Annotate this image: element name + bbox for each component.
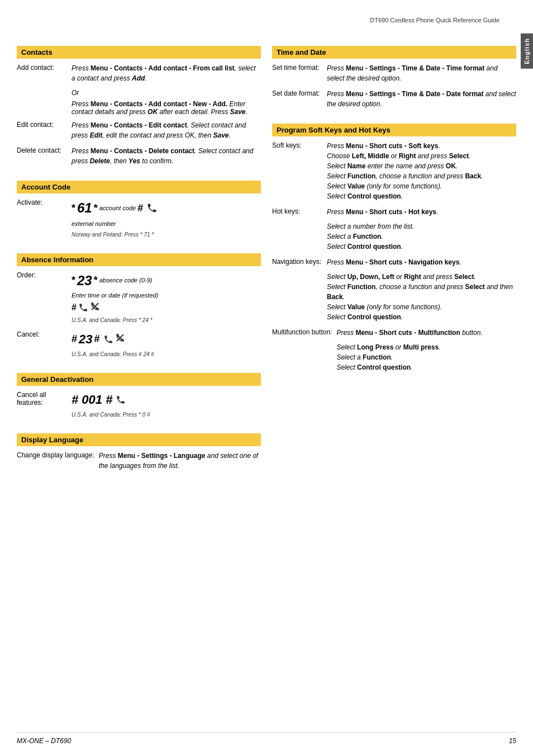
code-star2: * [94, 201, 98, 216]
absence-cancel-row: Cancel: # 23 # [17, 330, 261, 358]
mf-line2: Select Long Press or Multi press. [336, 342, 516, 352]
display-language-section: Display Language Change display language… [17, 433, 261, 476]
multifunction-label: Multifunction button: [272, 328, 332, 336]
absence-order-note: U.S.A. and Canada: Press * 24 * [72, 316, 261, 324]
code-desc: account code [99, 204, 136, 213]
set-time-label: Set time format: [272, 63, 322, 72]
hot-keys-row: Hot keys: Press Menu - Short cuts - Hot … [272, 207, 516, 252]
absence-cancel-label: Cancel: [17, 330, 67, 338]
program-soft-keys-section: Program Soft Keys and Hot Keys Soft keys… [272, 124, 516, 378]
mf-line4: Select Control question. [336, 362, 516, 372]
set-time-pre: Press [327, 64, 346, 72]
set-date-content: Press Menu - Settings - Time & Date - Da… [327, 89, 516, 109]
time-date-header: Time and Date [272, 46, 516, 59]
delete-contact-content: Press Menu - Contacts - Delete contact. … [72, 146, 261, 166]
cancel-x-icon [115, 333, 125, 343]
cancel-hash: # [72, 332, 77, 347]
set-time-content: Press Menu - Settings - Time & Date - Ti… [327, 63, 516, 83]
phone-call-icon [146, 202, 158, 214]
set-date-bold: Menu - Settings - Time & Date - Date for… [346, 90, 483, 98]
change-lang-content: Press Menu - Settings - Language and sel… [99, 451, 261, 471]
norway-note: Norway and Finland: Press * 71 * [72, 230, 261, 239]
soft-keys-label: Soft keys: [272, 141, 322, 149]
absence-cancel-content: # 23 # [72, 330, 261, 358]
cancel-23: 23 [79, 330, 92, 348]
hk-line1: Press Menu - Short cuts - Hot keys. [327, 207, 516, 217]
footer-right: 15 [509, 737, 516, 745]
delete-contact-label: Delete contact: [17, 146, 67, 154]
absence-order-code: * 23 * absence code (0-9) [72, 271, 261, 291]
nk-line1: Press Menu - Short cuts - Navigation key… [327, 257, 516, 267]
absence-code-desc: absence code (0-9) [99, 276, 153, 285]
add-c1-bold: Menu - Contacts - Add contact - From cal… [91, 64, 235, 72]
nav-keys-label: Navigation keys: [272, 257, 322, 266]
absence-icons: # [72, 301, 261, 314]
add-c2-pre: Press [72, 100, 91, 108]
phone-cancel-wrap [90, 301, 100, 314]
external-number: external number [72, 219, 261, 229]
delete-pre: Press [72, 147, 91, 155]
sk-line4: Select Function, choose a function and p… [327, 171, 516, 181]
cancel-phone-icon [103, 334, 113, 344]
delete-contact-row: Delete contact: Press Menu - Contacts - … [17, 146, 261, 166]
add-contact-indent: Press Menu - Contacts - Add contact - Ne… [17, 100, 261, 116]
multifunction-row: Multifunction button: Press Menu - Short… [272, 328, 516, 372]
lang-pre: Press [99, 452, 118, 460]
absence-star2: * [94, 273, 98, 288]
set-time-row: Set time format: Press Menu - Settings -… [272, 63, 516, 83]
code-star1: * [72, 201, 75, 216]
hk-line2: Select a number from the list. [327, 221, 516, 231]
multifunction-content: Press Menu - Short cuts - Multifunction … [336, 328, 516, 372]
or-line: Or [17, 89, 261, 97]
code-61: 61 [77, 198, 92, 218]
activate-row: Activate: * 61 * account code # [17, 198, 261, 239]
add-contact-content: Press Menu - Contacts - Add contact - Fr… [72, 63, 261, 83]
add-c1-pre: Press [72, 64, 91, 72]
add-contact-row: Add contact: Press Menu - Contacts - Add… [17, 63, 261, 83]
absence-section: Absence Information Order: * 23 * absenc… [17, 253, 261, 365]
contacts-section: Contacts Add contact: Press Menu - Conta… [17, 46, 261, 172]
hot-keys-label: Hot keys: [272, 207, 322, 215]
lang-bold: Menu - Settings - Language [118, 452, 206, 460]
time-date-section: Time and Date Set time format: Press Men… [272, 46, 516, 115]
cancel-all-note: U.S.A. and Canada: Press * 0 # [72, 410, 261, 419]
change-lang-row: Change display language: Press Menu - Se… [17, 451, 261, 471]
edit-contact-content: Press Menu - Contacts - Edit contact. Se… [72, 120, 261, 140]
absence-cancel-note: U.S.A. and Canada: Press # 24 # [72, 350, 261, 358]
nk-line2: Select Up, Down, Left or Right and press… [327, 272, 516, 282]
display-language-header: Display Language [17, 433, 261, 446]
activate-label: Activate: [17, 198, 67, 206]
edit-contact-label: Edit contact: [17, 120, 67, 129]
account-code-display: * 61 * account code # [72, 198, 261, 218]
edit-pre: Press [72, 121, 91, 129]
sk-line3: Select Name enter the name and press OK. [327, 161, 516, 171]
lang-tab: English [521, 34, 533, 69]
absence-order-label: Order: [17, 271, 67, 279]
sk-line2: Choose Left, Middle or Right and press S… [327, 151, 516, 161]
hk-line3: Select a Function. [327, 231, 516, 242]
page-footer: MX-ONE – DT690 15 [17, 732, 516, 745]
general-deactivation-section: General Deactivation Cancel allfeatures:… [17, 373, 261, 424]
edit-bold: Menu - Contacts - Edit contact [91, 121, 187, 129]
cancel-all-content: # 001 # U.S.A. and Canada: Press * 0 # [72, 390, 261, 419]
absence-header: Absence Information [17, 253, 261, 266]
sk-line5: Select Value (only for some functions). [327, 181, 516, 191]
page-title: DT690 Cordless Phone Quick Reference Gui… [370, 17, 499, 23]
delete-bold: Menu - Contacts - Delete contact [91, 147, 194, 155]
nk-line4: Select Value (only for some functions). [327, 302, 516, 312]
sk-line1: Press Menu - Short cuts - Soft keys. [327, 141, 516, 151]
nk-line3: Select Function, choose a function and p… [327, 282, 516, 302]
general-deactivation-header: General Deactivation [17, 373, 261, 386]
mf-line3: Select a Function. [336, 352, 516, 362]
hk-line4: Select Control question. [327, 242, 516, 252]
contacts-header: Contacts [17, 46, 261, 59]
right-column: Time and Date Set time format: Press Men… [272, 46, 516, 485]
nav-keys-row: Navigation keys: Press Menu - Short cuts… [272, 257, 516, 322]
absence-order-content: * 23 * absence code (0-9) Enter time or … [72, 271, 261, 325]
absence-cancel-code: # 23 # [72, 330, 261, 348]
cancel-all-num: # 001 # [72, 390, 112, 409]
cancel-all-label: Cancel allfeatures: [17, 390, 67, 407]
change-lang-label: Change display language: [17, 451, 94, 459]
hot-keys-content: Press Menu - Short cuts - Hot keys. Sele… [327, 207, 516, 252]
sk-line6: Select Control question. [327, 191, 516, 201]
